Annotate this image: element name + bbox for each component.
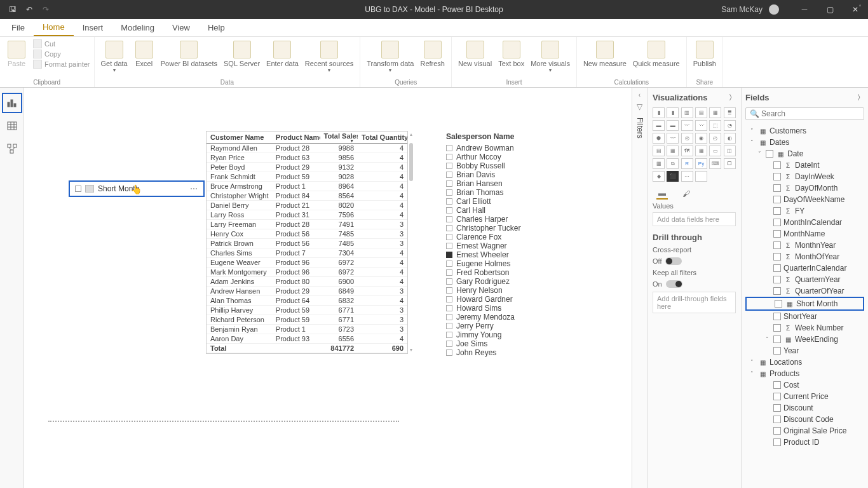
table-row[interactable]: Patrick BrownProduct 5674853 bbox=[207, 239, 407, 248]
quick-measure-button[interactable]: Quick measure bbox=[630, 39, 682, 69]
slicer-item[interactable]: Gary Rodriguez bbox=[446, 277, 573, 286]
table-dates[interactable]: ˄▦Dates bbox=[745, 137, 864, 148]
more-visuals-button[interactable]: More visuals▾ bbox=[528, 39, 573, 74]
text-box-button[interactable]: Text box bbox=[496, 39, 527, 69]
enter-data-button[interactable]: Enter data bbox=[264, 39, 301, 69]
save-icon[interactable]: 🖫 bbox=[8, 4, 18, 15]
get-data-button[interactable]: Get data▾ bbox=[98, 39, 130, 74]
col-sales[interactable]: Total Sales▼ bbox=[320, 132, 358, 144]
format-tab-icon[interactable]: 🖌 bbox=[681, 188, 692, 200]
viz-type-icon[interactable]: 〰 bbox=[681, 120, 693, 131]
slicer-item[interactable]: Brian Hansen bbox=[446, 179, 573, 188]
table-row[interactable]: Eugene WeaverProduct 9669724 bbox=[207, 258, 407, 268]
data-view-button[interactable] bbox=[2, 116, 22, 136]
slicer-item[interactable]: Jimmy Young bbox=[446, 330, 573, 339]
tab-file[interactable]: File bbox=[3, 19, 34, 36]
table-row[interactable]: Raymond AllenProduct 2899884 bbox=[207, 144, 407, 153]
report-view-button[interactable] bbox=[2, 93, 22, 113]
checkbox-icon[interactable] bbox=[446, 154, 452, 160]
table-row[interactable]: Bruce ArmstrongProduct 189644 bbox=[207, 182, 407, 191]
more-options-icon[interactable]: ⋯ bbox=[190, 184, 198, 193]
checkbox-icon[interactable] bbox=[446, 172, 452, 178]
slicer-item[interactable]: Fred Robertson bbox=[446, 268, 573, 277]
table-row[interactable]: Frank SchmidtProduct 5990284 bbox=[207, 172, 407, 182]
viz-type-icon[interactable]: ▮ bbox=[653, 107, 665, 118]
checkbox-icon[interactable] bbox=[446, 349, 452, 356]
checkbox-icon[interactable] bbox=[446, 189, 452, 196]
field-discount[interactable]: Discount bbox=[745, 402, 864, 414]
field-discount_code[interactable]: Discount Code bbox=[745, 414, 864, 425]
field-quarterofyear[interactable]: ΣQuarterOfYear bbox=[745, 285, 864, 297]
viz-type-icon[interactable]: ◔ bbox=[724, 120, 736, 131]
checkbox-icon[interactable] bbox=[446, 145, 452, 151]
viz-type-icon[interactable]: R bbox=[681, 158, 693, 169]
checkbox-icon[interactable] bbox=[446, 234, 452, 240]
checkbox-icon[interactable] bbox=[446, 305, 452, 311]
checkbox-icon[interactable] bbox=[446, 314, 452, 320]
slicer-item[interactable]: Christopher Tucker bbox=[446, 224, 573, 233]
viz-type-icon[interactable]: ◉ bbox=[695, 133, 707, 144]
excel-button[interactable]: Excel bbox=[132, 39, 157, 69]
slicer-item[interactable]: Clarence Fox bbox=[446, 233, 573, 241]
table-row[interactable]: Mark MontgomeryProduct 9669724 bbox=[207, 268, 407, 277]
field-year[interactable]: Year bbox=[745, 345, 864, 356]
checkbox-icon[interactable] bbox=[446, 207, 452, 214]
viz-type-icon[interactable]: ▦ bbox=[667, 146, 679, 156]
viz-type-icon[interactable]: Py bbox=[695, 158, 707, 169]
new-visual-button[interactable]: New visual bbox=[456, 39, 494, 69]
field-monthname[interactable]: MonthName bbox=[745, 228, 864, 240]
tab-view[interactable]: View bbox=[163, 19, 199, 36]
checkbox-icon[interactable] bbox=[446, 278, 452, 285]
field-shortyear[interactable]: ShortYear bbox=[745, 311, 864, 322]
scroll-down-icon[interactable]: ▾ bbox=[409, 347, 414, 353]
slicer-item[interactable]: Joe Sims bbox=[446, 339, 573, 348]
table-visual[interactable]: Customer Name Product Name Total Sales▼ … bbox=[206, 131, 408, 354]
publish-button[interactable]: Publish bbox=[691, 39, 719, 69]
viz-type-icon[interactable]: ▦ bbox=[695, 146, 707, 156]
keep-filters-toggle[interactable]: On bbox=[653, 280, 736, 288]
search-input[interactable] bbox=[761, 109, 860, 118]
tab-insert[interactable]: Insert bbox=[74, 19, 112, 36]
table-customers[interactable]: ˅▦Customers bbox=[745, 125, 864, 137]
table-row[interactable]: Henry CoxProduct 5674853 bbox=[207, 229, 407, 239]
tab-help[interactable]: Help bbox=[199, 19, 234, 36]
slicer-item[interactable]: Jerry Perry bbox=[446, 322, 573, 330]
slicer-item[interactable]: Andrew Bowman bbox=[446, 144, 573, 152]
table-scrollbar[interactable]: ▴ ▾ bbox=[409, 132, 414, 353]
checkbox-icon[interactable] bbox=[446, 198, 452, 205]
table-row[interactable]: Larry FreemanProduct 2874913 bbox=[207, 220, 407, 229]
viz-type-icon[interactable]: ▦ bbox=[709, 107, 721, 118]
field-quarterincalendar[interactable]: QuarterInCalendar bbox=[745, 262, 864, 274]
slicer-item[interactable]: Carl Elliott bbox=[446, 197, 573, 206]
table-row[interactable]: Peter BoydProduct 2991324 bbox=[207, 163, 407, 172]
slicer-item[interactable]: Eugene Holmes bbox=[446, 259, 573, 268]
field-original_sale_price[interactable]: Original Sale Price bbox=[745, 425, 864, 437]
table-row[interactable]: Adam JenkinsProduct 8069004 bbox=[207, 277, 407, 287]
checkbox-icon[interactable] bbox=[446, 287, 452, 294]
viz-type-icon[interactable]: ▬ bbox=[667, 120, 679, 131]
viz-type-icon[interactable]: ⬢ bbox=[653, 133, 665, 144]
drill-through-well[interactable]: Add drill-through fields here bbox=[653, 292, 736, 313]
viz-type-icon[interactable]: ▭ bbox=[709, 146, 721, 156]
checkbox-icon[interactable] bbox=[446, 332, 452, 338]
table-row[interactable]: Daniel BerryProduct 2180204 bbox=[207, 201, 407, 210]
field-monthincalendar[interactable]: MonthInCalendar bbox=[745, 217, 864, 228]
viz-type-icon[interactable]: ▬ bbox=[653, 120, 665, 131]
collapse-ribbon-icon[interactable]: ˄ bbox=[854, 1, 865, 13]
checkbox-icon[interactable] bbox=[446, 296, 452, 302]
table-row[interactable]: Benjamin RyanProduct 167233 bbox=[207, 325, 407, 334]
sql-server-button[interactable]: SQL Server bbox=[221, 39, 262, 69]
checkbox-icon[interactable] bbox=[446, 163, 452, 169]
field-monthofyear[interactable]: ΣMonthOfYear bbox=[745, 251, 864, 262]
viz-type-icon[interactable]: 〰 bbox=[667, 133, 679, 144]
table-row[interactable]: Alan ThomasProduct 6468324 bbox=[207, 296, 407, 306]
slicer-item[interactable]: Howard Gardner bbox=[446, 295, 573, 304]
table-row[interactable]: Phillip HarveyProduct 5967713 bbox=[207, 306, 407, 315]
field-dayofmonth[interactable]: ΣDayOfMonth bbox=[745, 182, 864, 194]
checkbox-icon[interactable] bbox=[446, 341, 452, 347]
slicer-item[interactable]: Henry Nelson bbox=[446, 286, 573, 295]
report-canvas[interactable]: Short Month ⋯ 👆 Customer Name Product Na… bbox=[24, 88, 632, 488]
viz-type-icon[interactable]: ◐ bbox=[724, 133, 736, 144]
field-dateint[interactable]: ΣDateInt bbox=[745, 159, 864, 171]
slicer-item[interactable]: Carl Hall bbox=[446, 206, 573, 215]
